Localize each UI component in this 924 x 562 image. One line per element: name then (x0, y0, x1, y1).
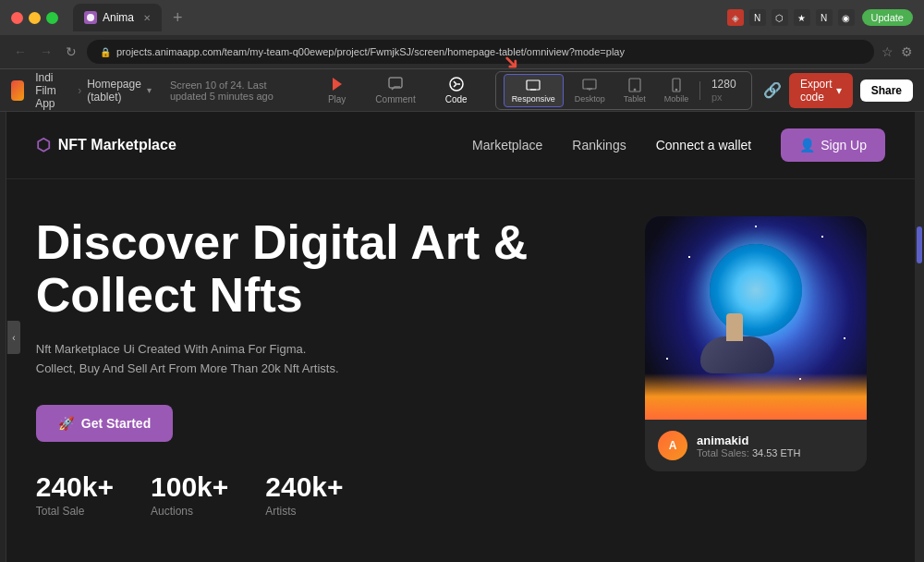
signup-button[interactable]: 👤 Sign Up (781, 128, 885, 162)
nav-link-connect-wallet[interactable]: Connect a wallet (656, 138, 752, 153)
stats-row: 240k+ Total Sale 100k+ Auctions 240k+ Ar… (36, 471, 608, 518)
stat-total-sale: 240k+ Total Sale (36, 471, 114, 518)
page-frame: ⬡ NFT Marketplace Marketplace Rankings C… (6, 112, 915, 562)
stat-auctions-value: 100k+ (151, 471, 228, 503)
traffic-lights (11, 12, 58, 24)
bookmark-icon[interactable]: ☆ (881, 44, 894, 59)
hero-title: Discover Digital Art & Collect Nfts (36, 216, 608, 322)
ext-icon-4[interactable]: ★ (794, 9, 810, 26)
screen-info: Screen 10 of 24. Last updated 5 minutes … (170, 79, 300, 102)
ext-icon-5[interactable]: N (816, 9, 833, 26)
update-button[interactable]: Update (862, 9, 913, 26)
canvas-area: ‹ ⬡ NFT Marketplace Marketplace Rankings… (0, 112, 924, 562)
anima-actions: 🔗 Export code ▾ Share (763, 73, 913, 108)
browser-actions: ◈ N ⬡ ★ N ◉ Update (727, 9, 913, 26)
refresh-button[interactable]: ↻ (63, 44, 79, 59)
address-text: projects.animaapp.com/team/my-team-q00ew… (116, 46, 861, 57)
stat-auctions: 100k+ Auctions (151, 471, 228, 518)
nft-logo-icon: ⬡ (36, 135, 51, 155)
svg-marker-1 (333, 78, 342, 91)
tablet-button[interactable]: Tablet (616, 75, 653, 106)
nft-logo: ⬡ NFT Marketplace (36, 135, 176, 155)
user-icon: 👤 (799, 138, 815, 153)
share-button[interactable]: Share (860, 79, 913, 102)
lock-icon: 🔒 (100, 47, 111, 57)
view-controls: Play Comment Code ➜ (322, 72, 473, 108)
svg-point-10 (634, 89, 636, 91)
link-icon[interactable]: 🔗 (763, 81, 782, 99)
tab-title: Anima (103, 11, 134, 24)
tab-close-button[interactable]: ✕ (143, 13, 151, 23)
stat-total-sale-value: 240k+ (36, 471, 114, 503)
extension-icons: ◈ N ⬡ ★ N ◉ (727, 9, 855, 26)
breadcrumb-separator: › (78, 84, 81, 97)
expand-panel-button[interactable]: ‹ (7, 321, 20, 354)
planet-element (710, 244, 802, 336)
minimize-window-button[interactable] (29, 12, 41, 24)
tab-favicon (84, 11, 97, 24)
svg-rect-6 (583, 79, 596, 89)
breadcrumb-screen[interactable]: Homepage (tablet) (87, 78, 141, 104)
nav-link-rankings[interactable]: Rankings (572, 138, 626, 153)
back-button[interactable]: ← (11, 44, 30, 59)
ext-icon-3[interactable]: ⬡ (772, 9, 788, 26)
right-scrollbar[interactable] (915, 112, 924, 562)
stat-artists-label: Artists (265, 505, 343, 518)
active-tab[interactable]: Anima ✕ (73, 4, 162, 31)
get-started-button[interactable]: 🚀 Get Started (36, 405, 173, 442)
comment-button[interactable]: Comment (370, 72, 420, 108)
anima-logo (11, 80, 24, 101)
mobile-button[interactable]: Mobile (657, 75, 697, 106)
canvas-wrapper: ⬡ NFT Marketplace Marketplace Rankings C… (6, 112, 924, 562)
hero-description: Nft Marketplace Ui Created With Anima Fo… (36, 340, 341, 379)
ext-icon-2[interactable]: N (749, 9, 766, 26)
code-button[interactable]: Code ➜ (440, 72, 473, 108)
breadcrumb-dropdown-icon[interactable]: ▾ (147, 85, 152, 95)
stat-artists: 240k+ Artists (265, 471, 343, 518)
svg-rect-4 (527, 80, 540, 90)
eth-value: 34.53 ETH (752, 447, 801, 458)
forward-button[interactable]: → (37, 44, 55, 59)
tab-bar: Anima ✕ + (73, 4, 720, 31)
nav-link-marketplace[interactable]: Marketplace (472, 138, 542, 153)
nft-navigation: ⬡ NFT Marketplace Marketplace Rankings C… (6, 112, 915, 179)
play-button[interactable]: Play (322, 72, 351, 108)
nft-card-artwork (645, 216, 867, 420)
nft-card-image (645, 216, 867, 420)
maximize-window-button[interactable] (46, 12, 58, 24)
spaceship-element (700, 336, 774, 373)
artist-name: animakid (697, 434, 801, 447)
breadcrumb-project[interactable]: Indi Film App (35, 71, 72, 110)
anima-app-bar: Indi Film App › Homepage (tablet) ▾ Scre… (0, 69, 924, 112)
scroll-thumb[interactable] (917, 226, 922, 263)
browser-chrome: Anima ✕ + ◈ N ⬡ ★ N ◉ Update ← → ↻ 🔒 pro… (0, 0, 924, 69)
export-button[interactable]: Export code ▾ (789, 73, 853, 108)
nft-logo-text: NFT Marketplace (58, 137, 176, 153)
artist-avatar: A (658, 431, 687, 460)
settings-icon[interactable]: ⚙ (901, 44, 913, 59)
nft-page: ⬡ NFT Marketplace Marketplace Rankings C… (6, 112, 915, 562)
ext-icon-1[interactable]: ◈ (727, 9, 744, 26)
hero-right: A animakid Total Sales: 34.53 ETH (645, 216, 885, 471)
new-tab-button[interactable]: + (165, 8, 190, 28)
ext-icon-6[interactable]: ◉ (838, 9, 855, 26)
nft-nav-links: Marketplace Rankings Connect a wallet 👤 … (472, 128, 885, 162)
svg-point-0 (87, 14, 94, 21)
close-window-button[interactable] (11, 12, 23, 24)
address-bar[interactable]: 🔒 projects.animaapp.com/team/my-team-q00… (87, 40, 874, 64)
dimension-display: 1280 px (704, 78, 744, 104)
breadcrumb: Indi Film App › Homepage (tablet) ▾ (35, 71, 152, 110)
nft-hero: Discover Digital Art & Collect Nfts Nft … (6, 179, 915, 555)
artist-info: animakid Total Sales: 34.53 ETH (697, 434, 801, 458)
nft-card-info: A animakid Total Sales: 34.53 ETH (645, 420, 867, 471)
left-sidebar (0, 112, 6, 562)
figure-element (726, 313, 743, 341)
rocket-icon: 🚀 (58, 416, 74, 431)
device-controls: Responsive Desktop Tablet Mobile 1280 px (495, 71, 752, 110)
browser-titlebar: Anima ✕ + ◈ N ⬡ ★ N ◉ Update (0, 0, 924, 35)
desktop-button[interactable]: Desktop (567, 75, 613, 106)
responsive-button[interactable]: Responsive (504, 74, 564, 107)
svg-point-12 (675, 89, 676, 90)
stat-artists-value: 240k+ (265, 471, 343, 503)
nft-card[interactable]: A animakid Total Sales: 34.53 ETH (645, 216, 867, 471)
